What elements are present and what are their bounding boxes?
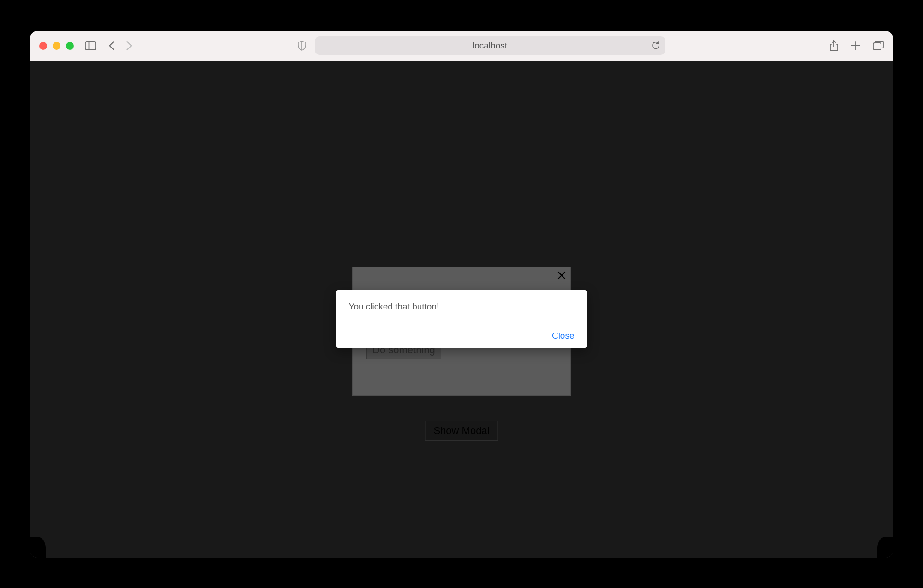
privacy-shield-icon[interactable] xyxy=(297,41,306,51)
address-bar-text: localhost xyxy=(473,41,507,51)
svg-rect-5 xyxy=(873,43,881,50)
browser-window: localhost xyxy=(30,31,893,558)
alert-message: You clicked that button! xyxy=(336,290,587,324)
right-toolbar xyxy=(829,40,884,51)
window-close-button[interactable] xyxy=(39,42,47,50)
alert-dialog: You clicked that button! Close xyxy=(336,290,587,348)
back-arrow-icon[interactable] xyxy=(108,41,115,51)
alert-close-button[interactable]: Close xyxy=(552,331,575,341)
navigation-buttons xyxy=(108,41,133,51)
page-content: Do something Show Modal You clicked that… xyxy=(30,61,893,558)
alert-actions: Close xyxy=(336,324,587,348)
window-zoom-button[interactable] xyxy=(66,42,74,50)
share-icon[interactable] xyxy=(829,40,839,51)
window-minimize-button[interactable] xyxy=(53,42,60,50)
browser-titlebar: localhost xyxy=(30,31,893,61)
address-bar[interactable]: localhost xyxy=(315,36,665,55)
sidebar-toggle-icon[interactable] xyxy=(85,41,96,50)
page-stack: Do something Show Modal You clicked that… xyxy=(30,61,893,558)
forward-arrow-icon[interactable] xyxy=(126,41,133,51)
new-tab-icon[interactable] xyxy=(851,41,861,51)
window-controls xyxy=(39,42,74,50)
reload-icon[interactable] xyxy=(652,41,660,50)
corner-notch-left xyxy=(30,537,46,558)
svg-rect-0 xyxy=(85,42,96,50)
tab-overview-icon[interactable] xyxy=(873,41,884,51)
corner-notch-right xyxy=(877,537,893,558)
